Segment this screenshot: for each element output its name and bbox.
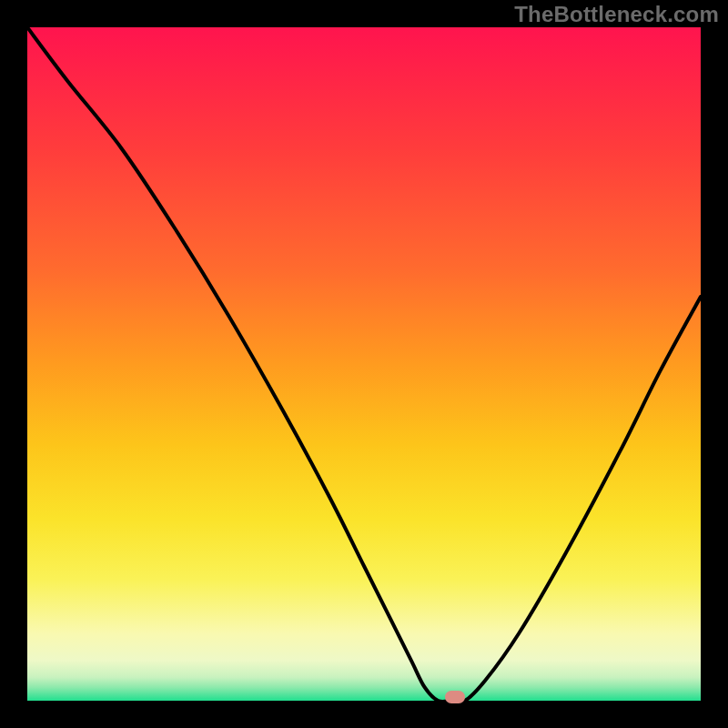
bottleneck-curve <box>27 27 701 701</box>
plot-area <box>27 27 701 701</box>
optimal-point-marker <box>445 691 465 703</box>
watermark-text: TheBottleneck.com <box>514 2 719 27</box>
